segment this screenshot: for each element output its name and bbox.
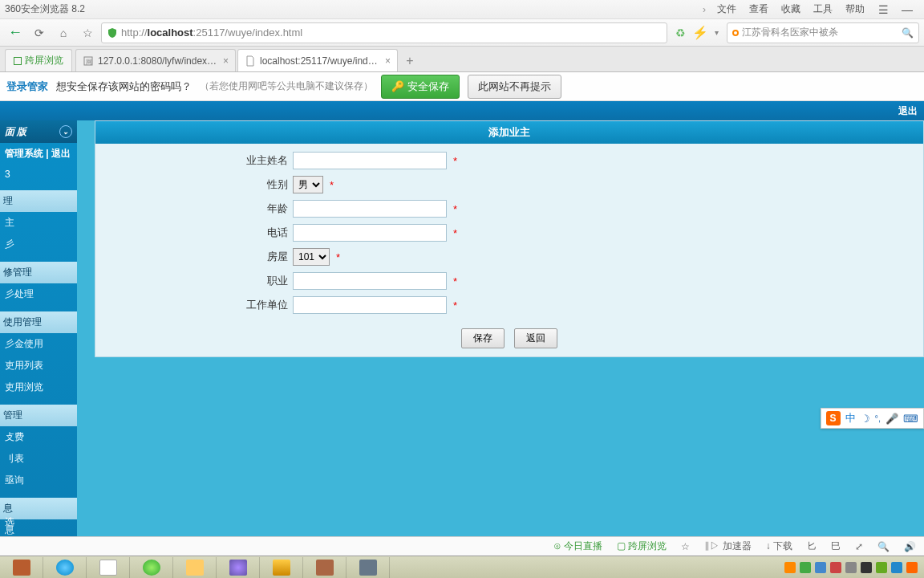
main-content: 添加业主 业主姓名 * 性别 男 * 年龄 * 电话 — [95, 120, 924, 536]
windows-taskbar — [0, 556, 924, 578]
nav-back[interactable]: ← — [5, 22, 26, 43]
task-eclipse[interactable] — [217, 557, 260, 578]
sidebar-item[interactable]: 彡金使用 — [0, 333, 77, 355]
menu-file[interactable]: 文件 — [717, 2, 736, 16]
menu-fav[interactable]: 收藏 — [781, 2, 800, 16]
sidebar-item[interactable]: 吏用列表 — [0, 355, 77, 377]
input-age[interactable] — [293, 200, 447, 218]
tab-0[interactable]: 网 127.0.0.1:8080/lyfw/index.jsp × — [75, 49, 236, 71]
select-room[interactable]: 101 — [293, 248, 330, 266]
page-icon: 网 — [83, 55, 94, 67]
status-fav-icon[interactable]: ☆ — [681, 541, 690, 552]
sidebar-item[interactable]: 攴费 — [0, 426, 77, 448]
required-mark: * — [453, 275, 457, 287]
tab-add[interactable]: + — [399, 51, 420, 71]
required-mark: * — [453, 155, 457, 167]
task-app-0[interactable] — [0, 557, 43, 578]
label-age: 年龄 — [95, 201, 293, 216]
sidebar-group-2[interactable]: 使用管理 — [0, 311, 77, 333]
system-tray[interactable] — [778, 562, 924, 573]
task-book[interactable] — [303, 557, 346, 578]
cross-screen-tab[interactable]: 跨屏浏览 — [5, 49, 72, 71]
sidebar-group-0[interactable]: 理 — [0, 190, 77, 212]
label-job: 职业 — [95, 274, 293, 288]
device-icon: ▢ — [617, 540, 626, 552]
search-box[interactable]: 江苏骨科名医家中被杀 🔍 — [727, 22, 919, 43]
input-phone[interactable] — [293, 224, 447, 242]
task-explorer[interactable] — [173, 557, 217, 578]
menu-help[interactable]: 帮助 — [845, 2, 865, 16]
logout-link[interactable]: 退出 — [898, 105, 918, 116]
sidebar-item[interactable]: 彡 — [0, 234, 77, 255]
label-unit: 工作单位 — [95, 298, 293, 312]
tab-close-icon[interactable]: × — [385, 55, 391, 67]
task-pc[interactable] — [346, 557, 390, 578]
task-ie[interactable] — [43, 557, 87, 578]
required-mark: * — [453, 299, 457, 311]
app-topbar: 退出 — [0, 101, 924, 120]
status-cross[interactable]: ▢ 跨屏浏览 — [617, 539, 667, 553]
status-zoom-icon[interactable]: 🔍 — [877, 541, 890, 552]
sidebar-item[interactable]: 亟询 — [0, 470, 77, 491]
nav-reload[interactable]: ⟳ — [29, 22, 50, 43]
sidebar-group-3[interactable]: 管理 — [0, 405, 77, 426]
browser-navbar: ← ⟳ ⌂ ☆ http://localhost:25117/wuye/inde… — [0, 19, 924, 47]
tab-close-icon[interactable]: × — [223, 55, 229, 67]
back-button[interactable]: 返回 — [514, 328, 557, 348]
moon-icon[interactable]: ☽ — [861, 413, 870, 425]
tray-icon — [800, 562, 811, 573]
status-e-icon[interactable]: 巳 — [831, 539, 841, 553]
keyboard-icon[interactable]: ⌨ — [903, 413, 918, 425]
window-menu-icon[interactable]: ☰ — [871, 3, 895, 16]
chevron-icon: › — [703, 4, 706, 15]
nav-star[interactable]: ☆ — [77, 22, 98, 43]
never-save-button[interactable]: 此网站不再提示 — [468, 75, 561, 99]
chevron-down-icon[interactable]: ▾ — [715, 28, 719, 37]
url-bar[interactable]: http://localhost:25117/wuye/index.html — [101, 22, 667, 43]
status-download[interactable]: ↓ 下载 — [766, 539, 792, 553]
sidebar-row: 3 — [0, 165, 77, 184]
status-sound-icon[interactable]: 🔊 — [904, 541, 916, 552]
sidebar-item[interactable]: 刂表 — [0, 448, 77, 470]
sidebar-item[interactable]: 彡处理 — [0, 283, 77, 305]
input-unit[interactable] — [293, 296, 447, 314]
play-icon: ⊙ — [553, 540, 561, 552]
tab-1[interactable]: localhost:25117/wuye/index.h × — [237, 49, 398, 71]
sidebar-item[interactable]: 主 — [0, 212, 77, 234]
save-password-button[interactable]: 🔑 安全保存 — [381, 75, 460, 99]
tray-icon — [845, 562, 857, 573]
status-live[interactable]: ⊙ 今日直播 — [553, 539, 602, 553]
task-java[interactable] — [87, 557, 130, 578]
menu-view[interactable]: 查看 — [749, 2, 768, 16]
status-expand-icon[interactable]: ⤢ — [855, 541, 863, 552]
sidebar-system-row[interactable]: 管理系统 | 退出 — [0, 143, 77, 165]
nav-home[interactable]: ⌂ — [53, 22, 74, 43]
window-minimize[interactable]: — — [895, 3, 919, 16]
status-p-icon[interactable]: 匕 — [807, 539, 817, 553]
menu-tools[interactable]: 工具 — [813, 2, 833, 16]
input-job[interactable] — [293, 272, 447, 290]
input-name[interactable] — [293, 152, 447, 169]
collapse-icon[interactable]: ⌄ — [59, 125, 72, 138]
task-360[interactable] — [130, 557, 173, 578]
lightning-icon[interactable]: ⚡ — [692, 25, 708, 40]
recycle-icon[interactable]: ♻ — [675, 26, 686, 39]
task-db[interactable] — [260, 557, 303, 578]
sidebar-bottom[interactable]: 选 — [0, 511, 19, 533]
tray-icon — [830, 562, 841, 573]
sidebar-group-1[interactable]: 修管理 — [0, 262, 77, 283]
search-engine-icon — [732, 30, 739, 36]
password-save-bar: 登录管家 想安全保存该网站的密码吗？ （若您使用网吧等公共电脑不建议保存） 🔑 … — [0, 72, 924, 101]
select-sex[interactable]: 男 — [293, 176, 323, 193]
ime-punct-icon[interactable]: °, — [875, 413, 881, 423]
mic-icon[interactable]: 🎤 — [886, 413, 898, 425]
ime-lang[interactable]: 中 — [845, 411, 856, 425]
sidebar-header[interactable]: 面 版 ⌄ — [0, 120, 77, 143]
status-accel[interactable]: ∥▷ 加速器 — [704, 539, 751, 553]
ime-toolbar[interactable]: S 中 ☽ °, 🎤 ⌨ — [821, 408, 924, 429]
save-button[interactable]: 保存 — [461, 328, 505, 348]
sogou-icon[interactable]: S — [826, 411, 841, 425]
sidebar-item[interactable]: 吏用浏览 — [0, 377, 77, 398]
search-icon[interactable]: 🔍 — [902, 27, 914, 39]
app-title: 360安全浏览器 8.2 — [5, 2, 85, 16]
